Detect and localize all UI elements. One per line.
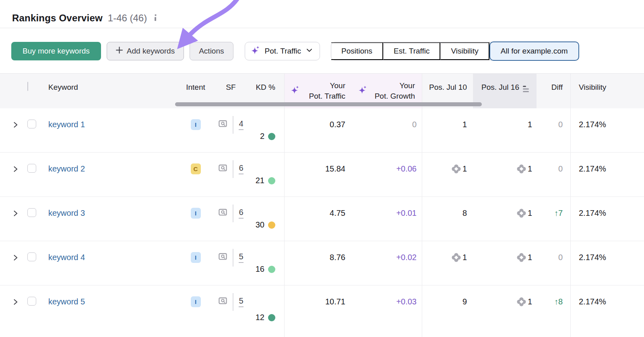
keyword-link[interactable]: keyword 2 — [45, 164, 85, 174]
sf-count[interactable]: 6 — [239, 163, 243, 174]
pos-jul10-cell: 1 — [422, 108, 473, 152]
pos-jul10-cell: 8 — [422, 197, 473, 241]
row-checkbox[interactable] — [27, 208, 36, 217]
ai-overview-position-icon — [516, 252, 526, 265]
horizontal-scrollbar[interactable] — [175, 102, 482, 106]
serp-features-icon[interactable] — [218, 119, 227, 130]
tab-all-for-example-com[interactable]: All for example.com — [489, 41, 579, 61]
kd-value: 30 — [256, 220, 264, 229]
diff-cell: ↑7 — [537, 197, 570, 241]
table-row: keyword 5 I 5 12 10.71 +0.03 9 1 ↑8 2 — [0, 285, 644, 337]
expand-row-button[interactable] — [11, 241, 27, 285]
select-all-checkbox[interactable] — [27, 82, 28, 91]
pos-jul16-cell: 1 — [473, 153, 537, 196]
pot-growth-cell: 0 — [352, 108, 422, 152]
actions-button[interactable]: Actions — [190, 42, 233, 60]
pos-jul16-value: 1 — [528, 253, 532, 262]
row-checkbox[interactable] — [27, 164, 36, 173]
expand-row-button[interactable] — [11, 153, 27, 196]
column-header-visibility[interactable]: Visibility — [570, 74, 644, 108]
serp-features-icon[interactable] — [218, 163, 227, 175]
sf-cell: 6 — [212, 153, 250, 196]
serp-features-icon[interactable] — [218, 296, 227, 308]
expand-row-button[interactable] — [11, 108, 27, 152]
table-body: keyword 1 I 4 2 0.37 0 1 1 0 2.174% — [0, 108, 644, 337]
report-tabs: Positions Est. Traffic Visibility All fo… — [331, 42, 579, 60]
row-checkbox-cell — [27, 108, 45, 152]
pot-growth-cell: +0.03 — [352, 285, 422, 337]
diff-cell: ↑8 — [537, 285, 570, 337]
pos-jul10-value: 8 — [462, 209, 467, 218]
intent-cell: C — [180, 153, 212, 196]
pos-jul10-value: 9 — [462, 297, 467, 306]
pos-jul16-value: 1 — [528, 297, 532, 306]
tab-visibility[interactable]: Visibility — [440, 42, 489, 60]
diff-cell: 0 — [537, 241, 570, 285]
tab-positions[interactable]: Positions — [331, 42, 383, 60]
tab-est-traffic[interactable]: Est. Traffic — [383, 42, 440, 60]
column-header-keyword[interactable]: Keyword — [45, 74, 180, 108]
sparkle-icon — [358, 85, 367, 97]
column-header-pos-jul16[interactable]: Pos. Jul 16 — [473, 74, 537, 108]
column-header-diff[interactable]: Diff — [537, 74, 570, 108]
intent-badge[interactable]: C — [191, 163, 201, 174]
page-header: Rankings Overview 1-46 (46) — [0, 0, 644, 28]
row-checkbox-cell — [27, 285, 45, 337]
row-checkbox[interactable] — [27, 120, 36, 128]
sort-desc-icon — [523, 85, 531, 95]
metric-dropdown[interactable]: Pot. Traffic — [245, 42, 320, 60]
pos-jul16-cell: 1 — [473, 285, 537, 337]
ai-overview-position-icon — [516, 297, 526, 309]
divider — [233, 160, 233, 178]
info-icon[interactable] — [153, 14, 158, 24]
keyword-link[interactable]: keyword 3 — [45, 209, 85, 218]
ai-overview-position-icon — [516, 208, 526, 220]
intent-badge[interactable]: I — [191, 208, 201, 219]
keyword-cell: keyword 2 — [45, 153, 180, 196]
rankings-table: Keyword Intent SF KD % YourPot. Traffic … — [0, 73, 644, 337]
pos-jul16-value: 1 — [528, 120, 532, 129]
sf-count[interactable]: 6 — [239, 208, 243, 219]
buy-more-keywords-button[interactable]: Buy more keywords — [11, 42, 101, 60]
row-checkbox[interactable] — [27, 252, 36, 261]
ai-overview-position-icon — [451, 252, 461, 265]
pot-traffic-cell: 15.84 — [284, 153, 352, 196]
row-checkbox-cell — [27, 153, 45, 196]
intent-badge[interactable]: I — [191, 252, 201, 263]
pot-traffic-cell: 10.71 — [284, 285, 352, 337]
sf-count[interactable]: 4 — [239, 119, 243, 130]
serp-features-icon[interactable] — [218, 208, 227, 219]
serp-features-icon[interactable] — [218, 252, 227, 263]
keyword-link[interactable]: keyword 4 — [45, 253, 85, 262]
kd-cell: 2 — [250, 108, 284, 152]
metric-dropdown-label: Pot. Traffic — [265, 47, 301, 56]
pos-jul10-value: 1 — [462, 164, 467, 174]
keyword-cell: keyword 5 — [45, 285, 180, 337]
add-keywords-button[interactable]: Add keywords — [107, 42, 184, 60]
row-checkbox[interactable] — [27, 297, 36, 306]
pot-growth-cell: +0.01 — [352, 197, 422, 241]
visibility-cell: 2.174% — [570, 197, 644, 241]
pot-traffic-cell: 4.75 — [284, 197, 352, 241]
keyword-link[interactable]: keyword 5 — [45, 297, 85, 306]
pos-jul16-value: 1 — [528, 164, 532, 174]
keyword-link[interactable]: keyword 1 — [45, 120, 85, 129]
intent-badge[interactable]: I — [191, 296, 201, 307]
pot-growth-cell: +0.06 — [352, 153, 422, 196]
page-title: Rankings Overview — [12, 12, 103, 24]
sf-cell: 5 — [212, 241, 250, 285]
sf-count[interactable]: 5 — [239, 252, 243, 263]
expand-row-button[interactable] — [11, 197, 27, 241]
header-checkbox-cell — [27, 74, 45, 108]
visibility-cell: 2.174% — [570, 153, 644, 196]
kd-difficulty-dot — [268, 314, 275, 321]
sf-cell: 4 — [212, 108, 250, 152]
intent-badge[interactable]: I — [191, 119, 201, 130]
table-row: keyword 4 I 5 16 8.76 +0.02 1 1 0 2.1 — [0, 241, 644, 285]
sf-count[interactable]: 5 — [239, 296, 243, 307]
chevron-down-icon — [305, 46, 313, 56]
pos-jul16-cell: 1 — [473, 108, 537, 152]
expand-row-button[interactable] — [11, 285, 27, 337]
divider — [233, 293, 233, 311]
pos-jul16-value: 1 — [528, 209, 532, 218]
